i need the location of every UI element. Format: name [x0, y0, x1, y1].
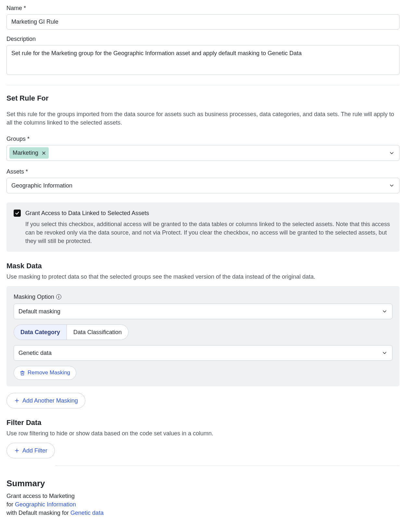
add-filter-label: Add Filter	[22, 446, 47, 455]
plus-icon	[14, 398, 20, 404]
summary-heading: Summary	[6, 478, 400, 490]
set-rule-for-heading: Set Rule For	[6, 93, 400, 103]
add-another-masking-label: Add Another Masking	[22, 396, 78, 405]
summary-line-3-prefix: with Default masking for	[6, 510, 70, 516]
group-chip: Marketing	[9, 147, 49, 158]
remove-masking-label: Remove Masking	[28, 369, 70, 377]
info-icon[interactable]: i	[56, 294, 61, 299]
grant-access-description: If you select this checkbox, additional …	[25, 220, 392, 245]
divider	[55, 466, 400, 466]
data-category-select[interactable]: Genetic data	[14, 345, 392, 361]
assets-label: Assets	[6, 167, 400, 176]
group-chip-label: Marketing	[13, 149, 38, 157]
check-icon	[15, 211, 19, 215]
summary-line-1: Grant access to Marketing	[6, 492, 400, 500]
set-rule-for-description: Set this rule for the groups imported fr…	[6, 110, 400, 127]
masking-option-label-row: Masking Option i	[14, 293, 61, 301]
chevron-down-icon	[389, 150, 395, 156]
data-category-value: Genetic data	[18, 349, 52, 357]
divider	[6, 85, 400, 85]
remove-masking-button[interactable]: Remove Masking	[14, 366, 76, 380]
masking-scope-segment: Data Category Data Classification	[14, 324, 129, 340]
masking-option-label: Masking Option	[14, 293, 54, 301]
description-textarea[interactable]: Set rule for the Marketing group for the…	[6, 45, 400, 75]
chevron-down-icon	[382, 308, 388, 314]
close-icon	[42, 151, 46, 155]
name-input[interactable]	[6, 14, 400, 30]
summary-line-2-prefix: for	[6, 501, 15, 508]
summary-line-2: for Geographic Information	[6, 500, 400, 509]
mask-data-panel: Masking Option i Default masking Data Ca…	[6, 286, 400, 386]
remove-group-chip-button[interactable]	[42, 151, 46, 155]
summary-category-link[interactable]: Genetic data	[70, 510, 104, 516]
trash-icon	[20, 370, 25, 376]
plus-icon	[14, 448, 20, 453]
grant-access-panel: Grant Access to Data Linked to Selected …	[6, 202, 400, 252]
add-filter-button[interactable]: Add Filter	[6, 443, 55, 458]
masking-option-select[interactable]: Default masking	[14, 304, 392, 319]
summary-group: Marketing	[49, 493, 75, 499]
summary-line-3: with Default masking for Genetic data	[6, 509, 400, 517]
chevron-down-icon	[389, 183, 395, 188]
segment-data-category[interactable]: Data Category	[14, 325, 67, 340]
assets-value: Geographic Information	[11, 181, 72, 190]
chevron-down-icon	[382, 350, 388, 356]
groups-select[interactable]: Marketing	[6, 145, 400, 161]
filter-data-heading: Filter Data	[6, 417, 400, 428]
assets-select[interactable]: Geographic Information	[6, 178, 400, 193]
segment-data-classification[interactable]: Data Classification	[67, 325, 128, 340]
summary-line-1-prefix: Grant access to	[6, 493, 49, 499]
mask-data-heading: Mask Data	[6, 261, 400, 271]
description-label: Description	[6, 35, 400, 43]
groups-label: Groups	[6, 135, 400, 143]
name-label: Name	[6, 4, 400, 12]
mask-data-description: Use masking to protect data so that the …	[6, 272, 400, 281]
add-another-masking-button[interactable]: Add Another Masking	[6, 393, 85, 408]
summary-asset-link[interactable]: Geographic Information	[15, 501, 76, 508]
grant-access-checkbox[interactable]	[14, 210, 21, 217]
filter-data-description: Use row filtering to hide or show data b…	[6, 429, 400, 438]
grant-access-title: Grant Access to Data Linked to Selected …	[25, 209, 392, 217]
masking-option-value: Default masking	[18, 307, 60, 316]
